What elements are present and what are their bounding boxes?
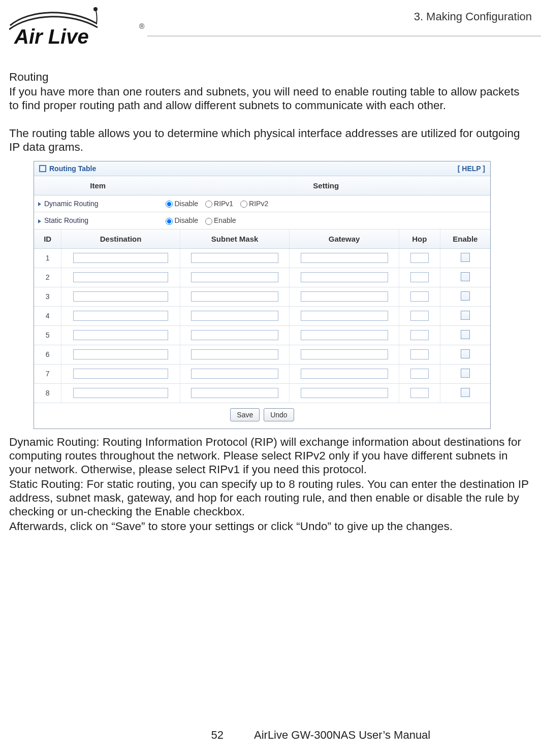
dynamic-disable-option[interactable]: Disable xyxy=(166,200,198,208)
enable-checkbox[interactable] xyxy=(461,388,470,397)
svg-text:Air Live: Air Live xyxy=(14,25,89,48)
table-row: 3 xyxy=(34,287,490,306)
gateway-input[interactable] xyxy=(301,349,388,359)
gateway-input[interactable] xyxy=(301,253,388,263)
row-id: 2 xyxy=(34,268,61,287)
dynamic-ripv2-radio[interactable] xyxy=(240,201,247,208)
row-id: 6 xyxy=(34,345,61,364)
subnet-mask-input[interactable] xyxy=(191,388,278,398)
dynamic-disable-radio[interactable] xyxy=(166,201,173,208)
destination-input[interactable] xyxy=(73,388,168,398)
intro-text: Routing If you have more than one router… xyxy=(9,70,532,154)
section-label: 3. Making Configuration xyxy=(414,10,532,23)
row-id: 1 xyxy=(34,248,61,268)
static-disable-radio[interactable] xyxy=(166,218,173,225)
col-item: Item xyxy=(34,176,162,195)
button-row: Save Undo xyxy=(34,403,490,429)
dynamic-ripv1-radio[interactable] xyxy=(205,201,212,208)
row-static-routing: Static Routing xyxy=(34,212,162,229)
table-row: 6 xyxy=(34,345,490,364)
panel-titlebar: Routing Table [ HELP ] xyxy=(34,161,490,176)
hop-input[interactable] xyxy=(410,369,429,379)
gateway-input[interactable] xyxy=(301,330,388,340)
col-destination: Destination xyxy=(61,229,180,249)
enable-checkbox[interactable] xyxy=(461,253,470,262)
page-number: 52 xyxy=(0,729,254,742)
hop-input[interactable] xyxy=(410,272,429,282)
row-id: 7 xyxy=(34,364,61,383)
table-row: 5 xyxy=(34,325,490,345)
static-enable-radio[interactable] xyxy=(205,218,212,225)
table-row: 7 xyxy=(34,364,490,383)
subnet-mask-input[interactable] xyxy=(191,291,278,302)
enable-checkbox[interactable] xyxy=(461,369,470,378)
dynamic-ripv2-option[interactable]: RIPv2 xyxy=(240,200,268,208)
row-id: 8 xyxy=(34,383,61,403)
row-id: 4 xyxy=(34,306,61,325)
col-id: ID xyxy=(34,229,61,249)
enable-checkbox[interactable] xyxy=(461,291,470,301)
col-setting: Setting xyxy=(162,176,490,195)
save-button[interactable]: Save xyxy=(230,408,260,421)
gateway-input[interactable] xyxy=(301,272,388,282)
outro-text: Dynamic Routing: Routing Information Pro… xyxy=(9,435,532,533)
manual-page: 3. Making Configuration Air Live ® Routi… xyxy=(0,0,541,756)
enable-checkbox[interactable] xyxy=(461,311,470,320)
destination-input[interactable] xyxy=(73,330,168,340)
hop-input[interactable] xyxy=(410,253,429,263)
enable-checkbox[interactable] xyxy=(461,272,470,281)
col-subnet-mask: Subnet Mask xyxy=(180,229,290,249)
static-enable-option[interactable]: Enable xyxy=(205,216,236,224)
gateway-input[interactable] xyxy=(301,369,388,379)
destination-input[interactable] xyxy=(73,272,168,282)
subnet-mask-input[interactable] xyxy=(191,253,278,263)
undo-button[interactable]: Undo xyxy=(264,408,294,421)
hop-input[interactable] xyxy=(410,330,429,340)
row-dynamic-routing: Dynamic Routing xyxy=(34,195,162,212)
intro-paragraph-1: If you have more than one routers and su… xyxy=(9,85,532,112)
static-disable-option[interactable]: Disable xyxy=(166,216,198,224)
panel-bullet-icon xyxy=(39,165,46,172)
arrow-icon xyxy=(38,219,41,223)
table-row: 1 xyxy=(34,248,490,268)
table-row: 8 xyxy=(34,383,490,403)
dynamic-ripv1-option[interactable]: RIPv1 xyxy=(205,200,233,208)
gateway-input[interactable] xyxy=(301,311,388,321)
help-link[interactable]: [ HELP ] xyxy=(458,165,485,173)
manual-title: AirLive GW-300NAS User’s Manual xyxy=(254,729,541,742)
intro-paragraph-2: The routing table allows you to determin… xyxy=(9,126,532,154)
outro-paragraph-2: Static Routing: For static routing, you … xyxy=(9,477,532,518)
destination-input[interactable] xyxy=(73,349,168,359)
destination-input[interactable] xyxy=(73,291,168,302)
col-hop: Hop xyxy=(399,229,440,249)
col-gateway: Gateway xyxy=(290,229,399,249)
gateway-input[interactable] xyxy=(301,388,388,398)
enable-checkbox[interactable] xyxy=(461,330,470,339)
routing-table-panel: Routing Table [ HELP ] Item Setting Dyna… xyxy=(34,161,491,429)
heading-routing: Routing xyxy=(9,70,532,84)
outro-paragraph-1: Dynamic Routing: Routing Information Pro… xyxy=(9,435,532,476)
table-row: 4 xyxy=(34,306,490,325)
destination-input[interactable] xyxy=(73,253,168,263)
subnet-mask-input[interactable] xyxy=(191,369,278,379)
hop-input[interactable] xyxy=(410,291,429,302)
routes-table: ID Destination Subnet Mask Gateway Hop E… xyxy=(34,229,490,403)
gateway-input[interactable] xyxy=(301,291,388,302)
outro-paragraph-3: Afterwards, click on “Save” to store you… xyxy=(9,519,532,533)
hop-input[interactable] xyxy=(410,388,429,398)
subnet-mask-input[interactable] xyxy=(191,272,278,282)
hop-input[interactable] xyxy=(410,311,429,321)
enable-checkbox[interactable] xyxy=(461,349,470,358)
settings-table: Item Setting Dynamic Routing Disable RIP… xyxy=(34,176,490,229)
subnet-mask-input[interactable] xyxy=(191,330,278,340)
destination-input[interactable] xyxy=(73,369,168,379)
header-divider xyxy=(147,36,541,37)
hop-input[interactable] xyxy=(410,349,429,359)
registered-icon: ® xyxy=(139,22,144,30)
table-row: 2 xyxy=(34,268,490,287)
subnet-mask-input[interactable] xyxy=(191,311,278,321)
col-enable: Enable xyxy=(440,229,490,249)
page-footer: 52 AirLive GW-300NAS User’s Manual xyxy=(0,729,541,742)
destination-input[interactable] xyxy=(73,311,168,321)
subnet-mask-input[interactable] xyxy=(191,349,278,359)
